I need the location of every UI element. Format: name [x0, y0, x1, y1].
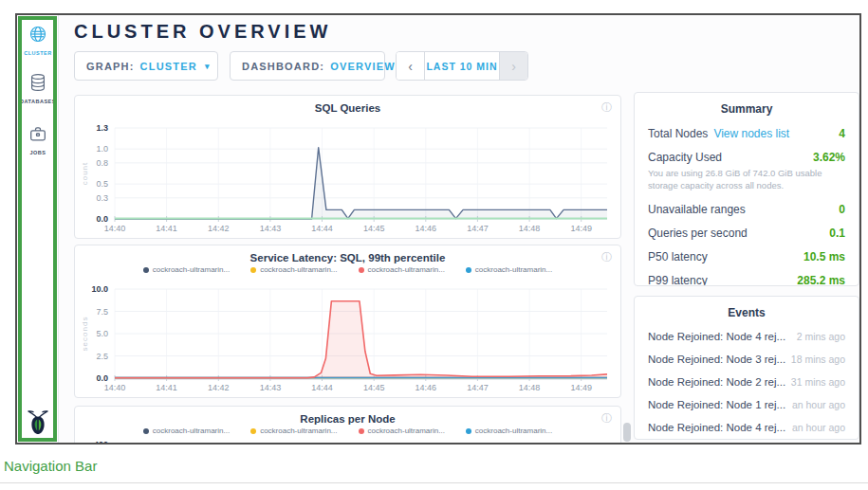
svg-text:14:47: 14:47: [467, 224, 489, 233]
total-nodes-label: Total NodesView nodes list: [648, 127, 789, 140]
cockroachdb-logo[interactable]: [17, 408, 59, 439]
sidebar: CLUSTER DATABASES: [17, 15, 59, 443]
info-icon[interactable]: ⓘ: [601, 413, 612, 424]
time-range-selector: ‹ LAST 10 MIN ›: [396, 51, 528, 81]
event-row[interactable]: Node Rejoined: Node 4 rej... an hour ago: [648, 422, 845, 433]
legend-dot-icon: [466, 428, 471, 434]
chart-legend: cockroach-ultramarin...cockroach-ultrama…: [75, 426, 620, 435]
event-row[interactable]: Node Rejoined: Node 1 rej... an hour ago: [648, 399, 845, 410]
svg-text:0.3: 0.3: [96, 193, 108, 203]
summary-row: Unavailable ranges 0: [648, 203, 845, 216]
time-prev-button[interactable]: ‹: [397, 52, 425, 80]
service-latency-chart-panel: Service Latency: SQL, 99th percentile ⓘ …: [74, 245, 621, 398]
screenshot-page: CLUSTER DATABASES: [0, 0, 868, 490]
dashboard-dropdown[interactable]: DASHBOARD: OVERVIEW ▾: [230, 51, 385, 81]
summary-row-capacity: Capacity Used 3.62%: [648, 151, 845, 164]
chevron-down-icon: ▾: [205, 62, 211, 71]
page-title: CLUSTER OVERVIEW: [74, 21, 331, 43]
svg-text:5.0: 5.0: [96, 329, 108, 338]
sidebar-item-label: DATABASES: [17, 99, 59, 104]
capacity-value: 3.62%: [813, 151, 845, 164]
svg-text:14:44: 14:44: [311, 383, 333, 392]
legend-dot-icon: [250, 428, 256, 434]
svg-text:14:48: 14:48: [519, 383, 541, 392]
svg-text:count: count: [81, 162, 89, 186]
graph-dropdown-label: GRAPH:: [86, 61, 135, 72]
legend-dot-icon: [250, 267, 256, 273]
briefcase-icon: [17, 123, 59, 148]
legend-item[interactable]: cockroach-ultramarin...: [250, 265, 337, 274]
chart-plot[interactable]: 14:4014:4114:4214:4314:4414:4514:4614:47…: [79, 118, 617, 236]
legend-dot-icon: [143, 428, 149, 434]
legend-item[interactable]: cockroach-ultramarin...: [250, 426, 337, 435]
event-row[interactable]: Node Rejoined: Node 3 rej... 18 mins ago: [648, 354, 845, 365]
summary-row-total-nodes: Total NodesView nodes list 4: [648, 127, 845, 140]
sidebar-item-databases[interactable]: DATABASES: [17, 72, 59, 104]
sql-queries-chart-panel: SQL Queries ⓘ 14:4014:4114:4214:4314:441…: [74, 95, 621, 239]
sidebar-item-label: CLUSTER: [17, 50, 59, 56]
info-icon[interactable]: ⓘ: [601, 102, 612, 113]
chart-legend: cockroach-ultramarin...cockroach-ultrama…: [75, 265, 620, 274]
view-nodes-list-link[interactable]: View nodes list: [713, 127, 789, 140]
divider: [0, 482, 868, 483]
svg-text:14:43: 14:43: [260, 383, 282, 392]
svg-text:14:49: 14:49: [570, 383, 592, 392]
legend-item[interactable]: cockroach-ultramarin...: [143, 265, 230, 274]
dashboard-dropdown-value: OVERVIEW: [330, 61, 396, 72]
legend-item[interactable]: cockroach-ultramarin...: [466, 265, 552, 274]
replicas-per-node-chart-panel: Replicas per Node ⓘ cockroach-ultramarin…: [74, 406, 621, 445]
scrollbar[interactable]: [623, 423, 631, 442]
svg-text:14:40: 14:40: [104, 224, 126, 233]
globe-icon: [17, 24, 59, 48]
svg-text:14:46: 14:46: [416, 224, 437, 233]
dashboard-dropdown-label: DASHBOARD:: [242, 61, 324, 72]
svg-text:14:41: 14:41: [156, 383, 177, 392]
svg-text:14:46: 14:46: [416, 383, 437, 392]
chart-title: SQL Queries: [75, 96, 620, 114]
svg-text:14:42: 14:42: [208, 383, 230, 392]
summary-title: Summary: [648, 102, 845, 116]
svg-text:0.8: 0.8: [96, 158, 108, 168]
chart-plot[interactable]: 400: [79, 439, 617, 445]
svg-text:1.0: 1.0: [96, 144, 108, 154]
svg-text:0.0: 0.0: [96, 373, 108, 383]
legend-item[interactable]: cockroach-ultramarin...: [359, 426, 445, 435]
svg-text:14:42: 14:42: [208, 224, 230, 233]
time-range-value[interactable]: LAST 10 MIN: [425, 52, 499, 80]
sidebar-item-cluster[interactable]: CLUSTER: [17, 24, 59, 56]
svg-text:14:40: 14:40: [104, 383, 126, 392]
graph-dropdown-value: CLUSTER: [140, 61, 197, 72]
legend-item[interactable]: cockroach-ultramarin...: [359, 265, 445, 274]
graph-dropdown[interactable]: GRAPH: CLUSTER ▾: [74, 51, 218, 81]
svg-text:0.5: 0.5: [96, 179, 108, 189]
legend-dot-icon: [359, 267, 364, 273]
svg-text:14:45: 14:45: [363, 224, 385, 233]
chart-plot[interactable]: 14:4014:4114:4214:4314:4414:4514:4614:47…: [79, 283, 617, 395]
legend-item[interactable]: cockroach-ultramarin...: [466, 426, 552, 435]
svg-text:seconds: seconds: [81, 317, 89, 352]
event-row[interactable]: Node Rejoined: Node 2 rej... 31 mins ago: [648, 376, 845, 388]
capacity-note: You are using 26.8 GiB of 742.0 GiB usab…: [648, 168, 845, 192]
summary-row: Queries per second 0.1: [648, 227, 845, 240]
chart-title: Replicas per Node: [75, 407, 620, 425]
events-title: Events: [648, 306, 845, 319]
legend-dot-icon: [466, 267, 471, 273]
sidebar-item-jobs[interactable]: JOBS: [17, 123, 59, 155]
summary-row: P50 latency 10.5 ms: [648, 250, 845, 263]
legend-dot-icon: [143, 267, 149, 273]
svg-text:14:47: 14:47: [467, 383, 489, 392]
svg-text:10.0: 10.0: [91, 284, 108, 294]
event-row[interactable]: Node Rejoined: Node 4 rej... 2 mins ago: [648, 331, 845, 342]
svg-text:7.5: 7.5: [96, 307, 108, 317]
time-next-button[interactable]: ›: [499, 52, 527, 80]
info-icon[interactable]: ⓘ: [601, 252, 612, 263]
summary-panel: Summary Total NodesView nodes list 4 Cap…: [634, 92, 859, 286]
chart-title: Service Latency: SQL, 99th percentile: [75, 245, 620, 263]
svg-text:14:43: 14:43: [260, 224, 282, 233]
legend-item[interactable]: cockroach-ultramarin...: [143, 426, 230, 435]
app-window: CLUSTER DATABASES: [15, 13, 861, 445]
svg-text:14:49: 14:49: [570, 224, 592, 233]
annotation-label: Navigation Bar: [4, 458, 97, 474]
svg-text:14:41: 14:41: [156, 224, 177, 233]
sidebar-item-label: JOBS: [17, 150, 59, 155]
